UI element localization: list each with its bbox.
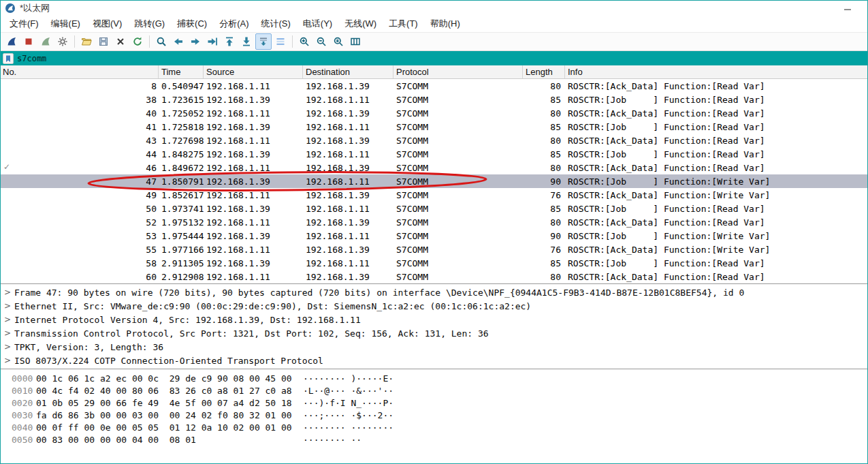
auto-scroll-button[interactable] (255, 33, 272, 50)
restart-capture-button[interactable] (37, 33, 54, 50)
packet-row-47[interactable]: 471.850791192.168.1.39192.168.1.11S7COMM… (1, 174, 867, 188)
zoom-original-button[interactable] (330, 33, 347, 50)
cell-source: 192.168.1.39 (204, 176, 303, 187)
packet-list-header: No. Time Source Destination Protocol Len… (1, 65, 867, 79)
menu-item-4[interactable]: 捕获(C) (171, 16, 213, 32)
detail-row-1[interactable]: Ethernet II, Src: VMware_de:c9:90 (00:0c… (1, 299, 867, 313)
cell-info: ROSCTR:[Ack_Data] Function:[Read Var] (565, 272, 867, 282)
packet-row-49[interactable]: 491.852617192.168.1.11192.168.1.39S7COMM… (1, 188, 867, 202)
cell-info: ROSCTR:[Ack_Data] Function:[Read Var] (565, 136, 867, 146)
filter-bookmark-button[interactable] (3, 53, 14, 64)
zoom-out-button[interactable] (313, 33, 329, 50)
expand-chevron-icon[interactable] (1, 342, 14, 352)
menu-item-5[interactable]: 分析(A) (213, 16, 255, 32)
packet-row-8[interactable]: 80.540947192.168.1.11192.168.1.39S7COMM8… (1, 79, 867, 93)
packet-row-43[interactable]: 431.727698192.168.1.11192.168.1.39S7COMM… (1, 134, 867, 147)
packet-row-53[interactable]: 531.975444192.168.1.39192.168.1.11S7COMM… (1, 229, 867, 243)
menu-item-3[interactable]: 跳转(G) (128, 16, 171, 32)
packet-row-58[interactable]: 582.911305192.168.1.39192.168.1.11S7COMM… (1, 256, 867, 270)
menu-item-2[interactable]: 视图(V) (86, 16, 128, 32)
detail-row-5[interactable]: ISO 8073/X.224 COTP Connection-Oriented … (1, 354, 867, 367)
related-packet-marker: ✓ (3, 162, 10, 172)
menu-item-10[interactable]: 帮助(H) (424, 16, 466, 32)
hex-row-0000[interactable]: 000000 1c 06 1c a2 ec 00 0c 29 de c9 90 … (1, 373, 867, 386)
cell-source: 192.168.1.39 (204, 204, 303, 214)
go-last-button[interactable] (238, 33, 255, 50)
column-header-source[interactable]: Source (204, 65, 303, 78)
packet-row-50[interactable]: 501.973741192.168.1.39192.168.1.11S7COMM… (1, 202, 867, 215)
packet-row-55[interactable]: 551.977166192.168.1.11192.168.1.39S7COMM… (1, 243, 867, 256)
hex-row-0010[interactable]: 001000 4c f4 02 40 00 80 06 83 26 c0 a8 … (1, 386, 867, 398)
cell-no: 44 (1, 149, 159, 159)
close-file-button[interactable] (112, 33, 129, 50)
go-back-button[interactable] (170, 33, 187, 50)
menu-item-1[interactable]: 编辑(E) (45, 16, 86, 32)
save-file-button[interactable] (95, 33, 112, 50)
packet-list-body: 80.540947192.168.1.11192.168.1.39S7COMM8… (1, 79, 867, 283)
menu-item-6[interactable]: 统计(S) (255, 16, 296, 32)
open-file-button[interactable] (78, 33, 95, 50)
column-header-info[interactable]: Info (565, 65, 867, 78)
expand-chevron-icon[interactable] (1, 301, 14, 311)
packet-row-52[interactable]: 521.975132192.168.1.11192.168.1.39S7COMM… (1, 215, 867, 229)
detail-text: Ethernet II, Src: VMware_de:c9:90 (00:0c… (14, 301, 531, 311)
detail-row-3[interactable]: Transmission Control Protocol, Src Port:… (1, 326, 867, 340)
expand-chevron-icon[interactable] (1, 328, 14, 338)
zoom-in-button[interactable] (296, 33, 312, 50)
filter-input[interactable] (17, 54, 865, 63)
cell-no: 46 (1, 163, 159, 173)
cell-destination: 192.168.1.11 (303, 204, 393, 214)
packet-row-46[interactable]: ✓461.849672192.168.1.11192.168.1.39S7COM… (1, 161, 867, 174)
column-header-length[interactable]: Length (523, 65, 565, 78)
menu-item-8[interactable]: 无线(W) (338, 16, 383, 32)
expand-chevron-icon[interactable] (1, 288, 14, 297)
go-to-packet-button[interactable] (204, 33, 221, 50)
resize-columns-icon (350, 36, 361, 47)
packet-row-44[interactable]: 441.848275192.168.1.39192.168.1.11S7COMM… (1, 147, 867, 161)
hex-row-0040[interactable]: 004000 0f ff 00 0e 00 05 05 01 12 0a 10 … (1, 422, 867, 435)
hex-offset: 0040 (1, 422, 36, 435)
column-header-protocol[interactable]: Protocol (393, 65, 523, 78)
expand-chevron-icon[interactable] (1, 356, 14, 365)
reload-button[interactable] (129, 33, 146, 50)
cell-protocol: S7COMM (393, 136, 523, 146)
capture-options-button[interactable] (54, 33, 71, 50)
hex-row-0030[interactable]: 0030fa d6 86 3b 00 00 03 00 00 24 02 f0 … (1, 410, 867, 422)
go-first-button[interactable] (221, 33, 238, 50)
cell-info: ROSCTR:[Job ] Function:[Read Var] (565, 149, 867, 159)
cell-protocol: S7COMM (393, 149, 523, 159)
hex-bytes: 00 0f ff 00 0e 00 05 05 01 12 0a 10 02 0… (36, 422, 303, 435)
hex-row-0020[interactable]: 002001 0b 05 29 00 66 fe 49 4e 5f 00 07 … (1, 398, 867, 410)
cell-length: 80 (523, 272, 565, 282)
find-packet-button[interactable] (153, 33, 170, 50)
start-capture-button[interactable] (3, 33, 20, 50)
minimize-button[interactable] (832, 1, 863, 16)
menu-item-9[interactable]: 工具(T) (383, 16, 424, 32)
detail-row-2[interactable]: Internet Protocol Version 4, Src: 192.16… (1, 313, 867, 326)
go-forward-button[interactable] (187, 33, 204, 50)
column-header-destination[interactable]: Destination (303, 65, 393, 78)
save-disk-icon (98, 36, 109, 47)
detail-text: Frame 47: 90 bytes on wire (720 bits), 9… (14, 288, 744, 298)
detail-row-4[interactable]: TPKT, Version: 3, Length: 36 (1, 340, 867, 354)
detail-row-0[interactable]: Frame 47: 90 bytes on wire (720 bits), 9… (1, 285, 867, 299)
column-header-time[interactable]: Time (159, 65, 204, 78)
cell-time: 1.852617 (159, 190, 204, 200)
column-header-no[interactable]: No. (1, 65, 159, 78)
hex-row-0050[interactable]: 005000 83 00 00 00 00 04 00 08 01·······… (1, 435, 867, 447)
packet-row-60[interactable]: 602.912908192.168.1.11192.168.1.39S7COMM… (1, 270, 867, 283)
stop-capture-button[interactable] (20, 33, 37, 50)
detail-text: TPKT, Version: 3, Length: 36 (14, 342, 163, 352)
cell-no: 55 (1, 245, 159, 255)
menu-item-0[interactable]: 文件(F) (3, 16, 45, 32)
packet-row-41[interactable]: 411.725818192.168.1.39192.168.1.11S7COMM… (1, 120, 867, 134)
expand-chevron-icon[interactable] (1, 315, 14, 324)
colorize-button[interactable] (272, 33, 289, 50)
menu-item-7[interactable]: 电话(Y) (297, 16, 338, 32)
hex-ascii: ···;···· ·$···2·· (303, 410, 393, 422)
packet-row-40[interactable]: 401.725052192.168.1.11192.168.1.39S7COMM… (1, 106, 867, 120)
cell-no: 49 (1, 190, 159, 200)
cell-protocol: S7COMM (393, 81, 523, 91)
resize-columns-button[interactable] (347, 33, 364, 50)
packet-row-38[interactable]: 381.723615192.168.1.39192.168.1.11S7COMM… (1, 93, 867, 106)
